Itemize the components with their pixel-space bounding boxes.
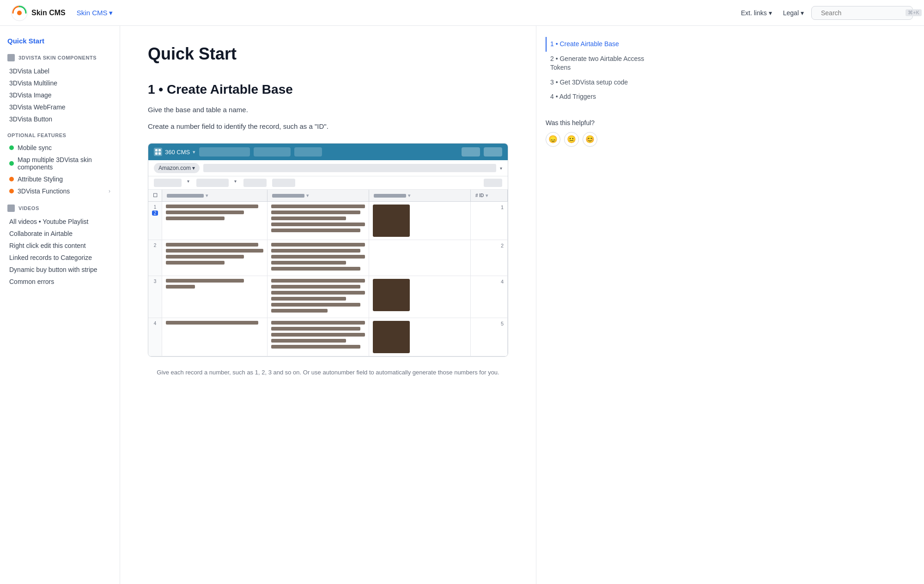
sidebar-item-collaborate[interactable]: Collaborate in Airtable bbox=[7, 228, 112, 240]
dot-icon-orange bbox=[9, 177, 14, 181]
table-row: 4 5 bbox=[148, 318, 508, 356]
sidebar-item-common-errors[interactable]: Common errors bbox=[7, 276, 112, 288]
filter-btn-2 bbox=[196, 179, 229, 187]
row-cell-3-3 bbox=[369, 276, 471, 318]
sidebar-item-3dvista-functions[interactable]: 3DVista Functions › bbox=[7, 185, 112, 197]
brand-dropdown[interactable]: Skin CMS ▾ bbox=[77, 9, 113, 17]
table-row: 2 2 bbox=[148, 240, 508, 276]
sidebar-item-3dvista-label[interactable]: 3DVista Label bbox=[7, 65, 112, 77]
main-content: Quick Start 1 • Create Airtable Base Giv… bbox=[120, 26, 536, 584]
toc-label-3: 3 • Get 3DVista setup code bbox=[550, 78, 628, 86]
sidebar-item-map-multiple[interactable]: Map multiple 3DVista skin components bbox=[7, 154, 112, 173]
row-num-3: 3 bbox=[148, 276, 162, 318]
row-cell-2-3 bbox=[369, 240, 471, 276]
video-icon bbox=[7, 205, 15, 212]
table-row: 1 2 1 bbox=[148, 202, 508, 240]
ext-links-menu[interactable]: Ext. links ▾ bbox=[741, 9, 772, 17]
row-cell-2-id: 2 bbox=[471, 240, 508, 276]
helpful-happy[interactable]: 😊 bbox=[583, 132, 597, 147]
logo-area[interactable]: Skin CMS bbox=[11, 5, 66, 21]
toc-item-2[interactable]: 2 • Generate two Airtable Access Tokens bbox=[546, 52, 656, 75]
col-header-num: ☐ bbox=[148, 190, 162, 201]
section-heading-1: 1 • Create Airtable Base bbox=[148, 82, 508, 97]
airtable-logo: 360 CMS ▾ bbox=[154, 148, 195, 156]
sidebar-item-attribute-styling[interactable]: Attribute Styling bbox=[7, 173, 112, 185]
row-num-2: 2 bbox=[148, 240, 162, 276]
col-header-id: # ID ▾ bbox=[471, 190, 508, 201]
row-cell-1-3 bbox=[369, 202, 471, 240]
row-cell-2-2 bbox=[267, 240, 369, 276]
section-label-components: 3DVISTA SKIN COMPONENTS bbox=[18, 55, 97, 60]
at-btn-2 bbox=[484, 147, 502, 157]
toc-label-1: 1 • Create Airtable Base bbox=[550, 40, 619, 48]
svg-point-1 bbox=[17, 11, 22, 15]
airtable-toolbar: 360 CMS ▾ bbox=[148, 144, 508, 160]
row-num-1: 1 2 bbox=[148, 202, 162, 240]
sidebar-item-3dvista-multiline[interactable]: 3DVista Multiline bbox=[7, 77, 112, 89]
row-cell-1-2 bbox=[267, 202, 369, 240]
filter-sep-2: ▾ bbox=[234, 179, 238, 187]
body-text-1: Give the base and table a name. bbox=[148, 104, 508, 115]
toc-label-2: 2 • Generate two Airtable Access Tokens bbox=[550, 55, 644, 72]
svg-rect-4 bbox=[155, 149, 158, 151]
airtable-screenshot: 360 CMS ▾ Amazon.com ▾ ▾ ▾ bbox=[148, 143, 508, 357]
dot-icon-green bbox=[9, 145, 14, 150]
helpful-section: Was this helpful? 😞 😐 😊 bbox=[546, 119, 656, 147]
section-header-videos: VIDEOS bbox=[7, 205, 112, 212]
row-image-4 bbox=[373, 321, 410, 353]
legal-menu[interactable]: Legal ▾ bbox=[783, 9, 804, 17]
row-num-4: 4 bbox=[148, 318, 162, 356]
filter-btn-4 bbox=[272, 179, 295, 187]
row-cell-4-main bbox=[162, 318, 267, 356]
toc-item-1[interactable]: 1 • Create Airtable Base bbox=[546, 37, 656, 52]
components-icon bbox=[7, 54, 15, 61]
toc-label-4: 4 • Add Triggers bbox=[550, 93, 596, 100]
section-header-components: 3DVISTA SKIN COMPONENTS bbox=[7, 54, 112, 61]
row-cell-2-main bbox=[162, 240, 267, 276]
subbar-chevron: ▾ bbox=[500, 166, 502, 171]
at-tab-1 bbox=[199, 147, 250, 157]
at-tab-2 bbox=[254, 147, 291, 157]
at-table-header: ☐ ▾ ▾ ▾ # ID ▾ bbox=[148, 190, 508, 202]
sidebar-item-right-click[interactable]: Right click edit this content bbox=[7, 240, 112, 252]
at-btn-1 bbox=[462, 147, 480, 157]
sidebar-item-dynamic-buy[interactable]: Dynamic buy button with stripe bbox=[7, 264, 112, 276]
toc-item-4[interactable]: 4 • Add Triggers bbox=[546, 90, 656, 104]
logo-text: Skin CMS bbox=[31, 9, 66, 17]
page-title: Quick Start bbox=[148, 44, 508, 64]
table-row: 3 4 bbox=[148, 276, 508, 318]
topnav: Skin CMS Skin CMS ▾ Ext. links ▾ Legal ▾… bbox=[0, 0, 924, 26]
sidebar-item-mobile-sync[interactable]: Mobile sync bbox=[7, 142, 112, 154]
toc-item-3[interactable]: 3 • Get 3DVista setup code bbox=[546, 75, 656, 90]
airtable-subbar: Amazon.com ▾ ▾ bbox=[148, 160, 508, 176]
legal-chevron: ▾ bbox=[801, 9, 804, 17]
helpful-title: Was this helpful? bbox=[546, 119, 656, 126]
row-image-3 bbox=[373, 279, 410, 311]
helpful-sad[interactable]: 😞 bbox=[546, 132, 560, 147]
sidebar-item-3dvista-image[interactable]: 3DVista Image bbox=[7, 89, 112, 101]
search-box[interactable]: ⌘+K bbox=[811, 6, 913, 20]
legal-label: Legal bbox=[783, 9, 799, 17]
section-label-optional: OPTIONAL FEATURES bbox=[7, 132, 67, 138]
filter-right bbox=[484, 179, 502, 187]
dot-icon-green-2 bbox=[9, 161, 14, 166]
sidebar-item-3dvista-webframe[interactable]: 3DVista WebFrame bbox=[7, 101, 112, 113]
topnav-links: Ext. links ▾ Legal ▾ bbox=[741, 9, 804, 17]
col-header-2: ▾ bbox=[267, 190, 369, 201]
sidebar-item-all-videos[interactable]: All videos • Youtube Playlist bbox=[7, 216, 112, 228]
cms-chevron: ▾ bbox=[193, 149, 195, 155]
row-cell-3-2 bbox=[267, 276, 369, 318]
caption-text: Give each record a number, such as 1, 2,… bbox=[148, 368, 508, 377]
dot-icon-orange-2 bbox=[9, 189, 14, 193]
search-input[interactable] bbox=[821, 9, 902, 17]
sidebar-item-3dvista-button[interactable]: 3DVista Button bbox=[7, 113, 112, 125]
airtable-icon bbox=[154, 148, 162, 156]
sidebar-item-linked-records[interactable]: Linked records to Categorize bbox=[7, 252, 112, 264]
section-header-optional: OPTIONAL FEATURES bbox=[7, 132, 112, 138]
row-cell-3-id: 4 bbox=[471, 276, 508, 318]
filter-sep: ▾ bbox=[187, 179, 191, 187]
helpful-neutral[interactable]: 😐 bbox=[564, 132, 579, 147]
sidebar-title[interactable]: Quick Start bbox=[7, 37, 112, 45]
right-sidebar: 1 • Create Airtable Base 2 • Generate tw… bbox=[536, 26, 665, 584]
row-cell-4-3 bbox=[369, 318, 471, 356]
